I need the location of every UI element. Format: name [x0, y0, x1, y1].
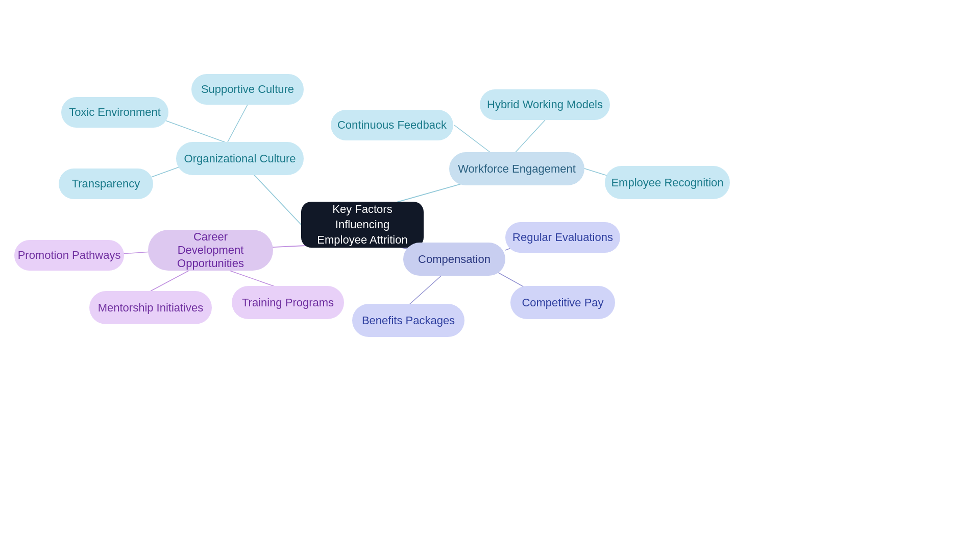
competitive-pay-node: Competitive Pay: [510, 286, 615, 319]
training-programs-label: Training Programs: [242, 296, 334, 309]
toxic-environment-node: Toxic Environment: [61, 97, 168, 128]
transparency-label: Transparency: [72, 177, 140, 190]
mentorship-label: Mentorship Initiatives: [98, 301, 204, 315]
org-culture-label: Organizational Culture: [184, 152, 296, 165]
compensation-label: Compensation: [418, 253, 491, 266]
svg-line-15: [408, 273, 444, 305]
svg-line-2: [227, 105, 248, 143]
toxic-env-label: Toxic Environment: [69, 106, 161, 119]
employee-recognition-node: Employee Recognition: [605, 166, 730, 199]
hybrid-working-node: Hybrid Working Models: [480, 89, 610, 120]
center-node: Key Factors Influencing Employee Attriti…: [301, 202, 424, 248]
svg-line-10: [151, 271, 189, 291]
center-label: Key Factors Influencing Employee Attriti…: [315, 202, 409, 247]
workforce-engagement-node: Workforce Engagement: [449, 152, 584, 185]
career-dev-node: Career Development Opportunities: [148, 230, 273, 271]
competitive-pay-label: Competitive Pay: [522, 296, 603, 309]
mentorship-node: Mentorship Initiatives: [89, 291, 212, 324]
promotion-pathways-label: Promotion Pathways: [18, 249, 121, 262]
promotion-pathways-node: Promotion Pathways: [14, 240, 124, 271]
benefits-packages-label: Benefits Packages: [362, 314, 455, 327]
hybrid-working-label: Hybrid Working Models: [487, 98, 603, 111]
compensation-node: Compensation: [403, 243, 505, 276]
regular-evaluations-node: Regular Evaluations: [505, 222, 620, 253]
transparency-node: Transparency: [59, 169, 153, 199]
career-dev-label: Career Development Opportunities: [162, 230, 259, 270]
supportive-culture-label: Supportive Culture: [201, 83, 294, 96]
continuous-feedback-node: Continuous Feedback: [331, 110, 453, 140]
svg-line-6: [516, 120, 545, 152]
workforce-engagement-label: Workforce Engagement: [458, 162, 576, 176]
training-programs-node: Training Programs: [232, 286, 344, 319]
org-culture-node: Organizational Culture: [176, 142, 304, 175]
svg-line-5: [454, 125, 490, 152]
regular-evaluations-label: Regular Evaluations: [512, 231, 613, 244]
continuous-feedback-label: Continuous Feedback: [337, 118, 447, 132]
employee-recognition-label: Employee Recognition: [611, 176, 723, 189]
supportive-culture-node: Supportive Culture: [191, 74, 304, 105]
benefits-packages-node: Benefits Packages: [352, 304, 464, 337]
